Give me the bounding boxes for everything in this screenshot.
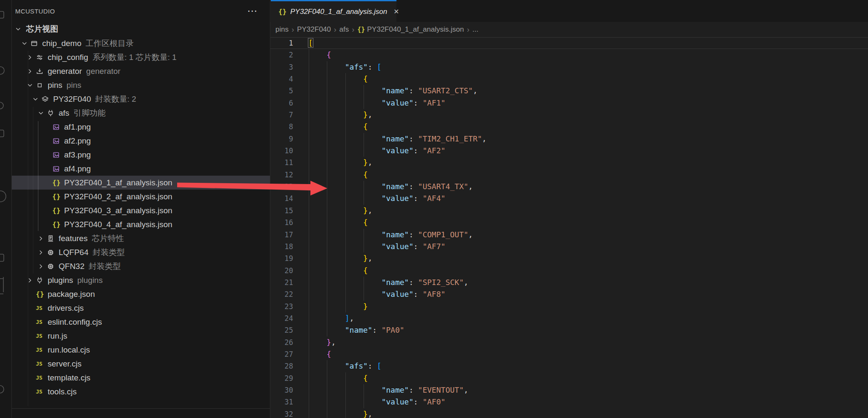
chevron-right-icon[interactable] xyxy=(38,263,47,270)
breadcrumb-item[interactable]: afs xyxy=(340,25,349,34)
code-line[interactable]: 9 "name": "TIM2_CH1_ETR", xyxy=(270,133,868,145)
more-actions-icon[interactable]: ⋯ xyxy=(247,6,257,16)
section-header-chip-view[interactable]: 芯片视图 xyxy=(12,22,270,36)
tree-item[interactable]: features芯片特性 xyxy=(12,231,270,245)
editor-group: {} PY32F040_1_af_analysis.json ✕ pins›PY… xyxy=(270,0,868,418)
code-line[interactable]: 6 "value": "AF1" xyxy=(270,97,868,109)
breadcrumb-item[interactable]: PY32F040 xyxy=(297,25,331,34)
tree-item[interactable]: {}package.json xyxy=(12,287,270,301)
breadcrumb-item[interactable]: {}PY32F040_1_af_analysis.json xyxy=(357,25,464,34)
code-line[interactable]: 11 }, xyxy=(270,157,868,168)
code-line[interactable]: 32 }, xyxy=(270,408,868,418)
breadcrumb-label: PY32F040 xyxy=(297,25,331,34)
file-tree: chip_demo工作区根目录chip_config系列数量: 1 芯片数量: … xyxy=(12,36,270,399)
tree-item[interactable]: JSrun.js xyxy=(12,329,270,343)
code-line[interactable]: 29 { xyxy=(270,372,868,384)
code-line[interactable]: 26 }, xyxy=(270,337,868,348)
tree-item-label: chip_config xyxy=(48,53,88,62)
breadcrumb-label: afs xyxy=(340,25,349,34)
code-line[interactable]: 23 } xyxy=(270,301,868,312)
code-line[interactable]: 15 }, xyxy=(270,205,868,217)
tree-item[interactable]: af1.png xyxy=(12,120,270,134)
tree-item[interactable]: chip_demo工作区根目录 xyxy=(12,36,270,50)
chevron-right-icon[interactable] xyxy=(27,68,36,75)
code-line[interactable]: 18 "value": "AF7" xyxy=(270,241,868,252)
line-number: 19 xyxy=(270,252,293,264)
code-line[interactable]: 21 "name": "SPI2_SCK", xyxy=(270,277,868,288)
code-text: "value": "AF8" xyxy=(308,290,445,299)
code-line[interactable]: 17 "name": "COMP1_OUT", xyxy=(270,229,868,241)
chevron-right-icon[interactable] xyxy=(38,249,47,256)
tree-item[interactable]: LQFP64封装类型 xyxy=(12,245,270,259)
tree-item[interactable]: JStemplate.cjs xyxy=(12,371,270,385)
tree-item[interactable]: QFN32封装类型 xyxy=(12,259,270,273)
code-line[interactable]: 5 "name": "USART2_CTS", xyxy=(270,85,868,97)
code-line[interactable]: 16 { xyxy=(270,217,868,228)
tree-item[interactable]: af4.png xyxy=(12,162,270,176)
code-text: }, xyxy=(308,158,372,167)
tree-item[interactable]: generatorgenerator xyxy=(12,64,270,78)
ai-assistant-panel-header[interactable]: MCUSTUDIO AI助理 xyxy=(12,408,270,418)
code-line[interactable]: 19 }, xyxy=(270,252,868,264)
tree-item-label: af4.png xyxy=(64,164,91,174)
line-number: 7 xyxy=(270,109,293,121)
code-line[interactable]: 3 "afs": [ xyxy=(270,61,868,73)
code-line[interactable]: 25 "name": "PA0" xyxy=(270,324,868,336)
code-text: } xyxy=(308,302,368,311)
tree-item[interactable]: pluginsplugins xyxy=(12,273,270,287)
code-line[interactable]: 28 "afs": [ xyxy=(270,360,868,372)
code-line[interactable]: 4 { xyxy=(270,73,868,85)
line-number: 1 xyxy=(270,37,293,49)
breadcrumb-item[interactable]: ... xyxy=(472,25,478,34)
line-number: 8 xyxy=(270,121,293,133)
code-line[interactable]: 12 { xyxy=(270,169,868,181)
code-line[interactable]: 31 "value": "AF0" xyxy=(270,396,868,408)
tree-item[interactable]: PY32F040封装数量: 2 xyxy=(12,92,270,106)
chevron-down-icon xyxy=(15,26,24,33)
tree-item[interactable]: {}PY32F040_1_af_analysis.json xyxy=(12,176,270,190)
code-line[interactable]: 10 "value": "AF2" xyxy=(270,145,868,157)
js-icon: JS xyxy=(36,319,48,325)
code-line[interactable]: 1[ xyxy=(270,37,868,49)
code-line[interactable]: 27 { xyxy=(270,348,868,360)
tree-item[interactable]: {}PY32F040_2_af_analysis.json xyxy=(12,190,270,204)
code-line[interactable]: 24 ], xyxy=(270,312,868,324)
code-editor[interactable]: 1[2 {3 "afs": [4 {5 "name": "USART2_CTS"… xyxy=(270,37,868,418)
tree-item-description: pins xyxy=(67,81,81,90)
code-line[interactable]: 2 { xyxy=(270,49,868,61)
code-line[interactable]: 22 "value": "AF8" xyxy=(270,288,868,300)
tree-item[interactable]: JSrun.local.cjs xyxy=(12,343,270,357)
close-icon[interactable]: ✕ xyxy=(394,8,399,16)
tab-active-json-file[interactable]: {} PY32F040_1_af_analysis.json ✕ xyxy=(271,0,396,22)
chevron-down-icon[interactable] xyxy=(27,82,36,89)
code-line[interactable]: 7 }, xyxy=(270,109,868,121)
tree-item[interactable]: af3.png xyxy=(12,148,270,162)
chevron-right-icon[interactable] xyxy=(38,235,47,242)
breadcrumb-item[interactable]: pins xyxy=(275,25,288,34)
chevron-down-icon[interactable] xyxy=(38,110,47,117)
tree-item[interactable]: JSdrivers.cjs xyxy=(12,301,270,315)
tree-item[interactable]: chip_config系列数量: 1 芯片数量: 1 xyxy=(12,50,270,64)
chevron-down-icon[interactable] xyxy=(21,40,30,47)
tree-item[interactable]: {}PY32F040_3_af_analysis.json xyxy=(12,204,270,217)
tree-item[interactable]: {}PY32F040_4_af_analysis.json xyxy=(12,217,270,231)
chevron-right-icon[interactable] xyxy=(27,54,36,61)
code-line[interactable]: 30 "name": "EVENTOUT", xyxy=(270,384,868,396)
code-line[interactable]: 14 "value": "AF4" xyxy=(270,193,868,204)
line-number: 5 xyxy=(270,85,293,97)
chevron-right-icon[interactable] xyxy=(27,277,36,284)
tree-item[interactable]: pinspins xyxy=(12,78,270,92)
activity-bar[interactable] xyxy=(0,0,12,418)
code-text: }, xyxy=(308,338,336,347)
tree-item-label: afs xyxy=(59,109,69,118)
tree-item[interactable]: JSeslint.config.cjs xyxy=(12,315,270,329)
tree-item[interactable]: JSserver.cjs xyxy=(12,357,270,371)
code-line[interactable]: 13 "name": "USART4_TX", xyxy=(270,181,868,193)
tree-item[interactable]: JStools.cjs xyxy=(12,385,270,399)
chevron-down-icon[interactable] xyxy=(32,96,41,103)
tree-item[interactable]: afs引脚功能 xyxy=(12,106,270,120)
code-text: { xyxy=(308,266,368,275)
code-line[interactable]: 20 { xyxy=(270,265,868,277)
tree-item[interactable]: af2.png xyxy=(12,134,270,148)
code-line[interactable]: 8 { xyxy=(270,121,868,133)
